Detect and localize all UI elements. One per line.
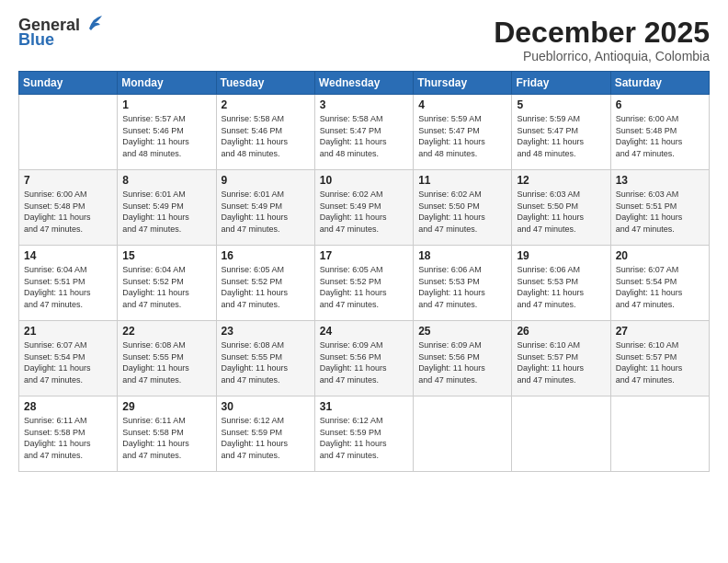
cell-info-line: Sunrise: 6:05 AM [222,264,310,276]
cell-info-line: and 47 minutes. [24,374,112,386]
title-area: December 2025 Pueblorrico, Antioquia, Co… [494,17,710,63]
day-number: 22 [122,325,210,338]
cell-info-line: Sunset: 5:51 PM [616,201,704,213]
day-number: 29 [122,400,210,413]
week-row-2: 7Sunrise: 6:00 AMSunset: 5:48 PMDaylight… [19,170,710,246]
col-sunday: Sunday [19,72,118,95]
cell-info-line: Daylight: 11 hours [418,136,506,148]
cell-w5-d5 [512,396,610,472]
cell-info-line: Daylight: 11 hours [24,362,112,374]
cell-info-line: Sunset: 5:49 PM [320,201,408,213]
logo-bird-icon [82,16,102,32]
cell-info-line: Sunset: 5:47 PM [320,125,408,137]
cell-info-line: Daylight: 11 hours [222,136,310,148]
cell-w3-d6: 20Sunrise: 6:07 AMSunset: 5:54 PMDayligh… [610,246,709,321]
cell-info-line: Daylight: 11 hours [517,362,605,374]
day-number: 2 [222,98,310,111]
cell-info-line: and 47 minutes. [517,299,605,311]
cell-info-line: Sunset: 5:57 PM [517,351,605,363]
cell-info-line: and 47 minutes. [517,374,605,386]
cell-w4-d1: 22Sunrise: 6:08 AMSunset: 5:55 PMDayligh… [118,321,216,396]
cell-w4-d2: 23Sunrise: 6:08 AMSunset: 5:55 PMDayligh… [216,321,314,396]
cell-info-line: Daylight: 11 hours [616,287,704,299]
cell-w2-d3: 10Sunrise: 6:02 AMSunset: 5:49 PMDayligh… [314,170,413,246]
cell-w2-d0: 7Sunrise: 6:00 AMSunset: 5:48 PMDaylight… [19,170,118,246]
day-number: 5 [517,98,605,111]
cell-info-line: Sunset: 5:54 PM [616,276,704,288]
cell-info-line: Daylight: 11 hours [517,136,605,148]
cell-info-line: Sunrise: 6:08 AM [122,339,210,351]
cell-info-line: and 47 minutes. [616,148,704,160]
cell-info-line: Daylight: 11 hours [122,287,210,299]
cell-info-line: Daylight: 11 hours [418,212,506,224]
cell-info-line: Sunset: 5:54 PM [24,351,112,363]
cell-info-line: Sunrise: 6:08 AM [222,339,310,351]
cell-info-line: Sunrise: 6:06 AM [517,264,605,276]
cell-info-line: Sunrise: 6:11 AM [24,415,112,427]
cell-info-line: and 48 minutes. [418,148,506,160]
day-number: 8 [122,174,210,187]
cell-info-line: Sunrise: 6:12 AM [222,415,310,427]
day-number: 24 [320,325,408,338]
day-number: 19 [517,249,605,262]
cell-info-line: Sunrise: 6:00 AM [24,189,112,201]
day-number: 31 [320,400,408,413]
day-number: 16 [222,249,310,262]
cell-w1-d4: 4Sunrise: 5:59 AMSunset: 5:47 PMDaylight… [414,95,512,170]
cell-info-line: Daylight: 11 hours [418,287,506,299]
cell-w1-d6: 6Sunrise: 6:00 AMSunset: 5:48 PMDaylight… [610,95,709,170]
cell-info-line: Daylight: 11 hours [517,212,605,224]
cell-w3-d5: 19Sunrise: 6:06 AMSunset: 5:53 PMDayligh… [512,246,610,321]
cell-info-line: Daylight: 11 hours [517,287,605,299]
day-number: 12 [517,174,605,187]
cell-info-line: Sunrise: 6:11 AM [122,415,210,427]
cell-info-line: and 47 minutes. [320,224,408,236]
col-tuesday: Tuesday [216,72,314,95]
day-number: 27 [616,325,704,338]
cell-info-line: and 47 minutes. [616,374,704,386]
col-friday: Friday [512,72,610,95]
day-number: 15 [122,249,210,262]
cell-info-line: Sunset: 5:59 PM [320,427,408,439]
cell-w5-d2: 30Sunrise: 6:12 AMSunset: 5:59 PMDayligh… [216,396,314,472]
cell-info-line: Sunset: 5:52 PM [320,276,408,288]
day-number: 9 [222,174,310,187]
cell-w2-d2: 9Sunrise: 6:01 AMSunset: 5:49 PMDaylight… [216,170,314,246]
cell-info-line: and 47 minutes. [122,374,210,386]
cell-info-line: Sunrise: 6:09 AM [418,339,506,351]
cell-info-line: Daylight: 11 hours [122,136,210,148]
cell-info-line: and 48 minutes. [122,148,210,160]
cell-info-line: Daylight: 11 hours [222,212,310,224]
week-row-3: 14Sunrise: 6:04 AMSunset: 5:51 PMDayligh… [19,246,710,321]
week-row-5: 28Sunrise: 6:11 AMSunset: 5:58 PMDayligh… [19,396,710,472]
cell-info-line: Daylight: 11 hours [616,212,704,224]
cell-info-line: Sunset: 5:49 PM [222,201,310,213]
cell-info-line: Daylight: 11 hours [320,136,408,148]
cell-w3-d3: 17Sunrise: 6:05 AMSunset: 5:52 PMDayligh… [314,246,413,321]
cell-info-line: Sunrise: 5:58 AM [222,113,310,125]
cell-info-line: Sunset: 5:55 PM [122,351,210,363]
cell-w1-d0 [19,95,118,170]
cell-info-line: and 47 minutes. [24,224,112,236]
day-number: 1 [122,98,210,111]
day-number: 18 [418,249,506,262]
cell-info-line: and 47 minutes. [418,224,506,236]
cell-info-line: Sunset: 5:47 PM [418,125,506,137]
cell-info-line: Sunrise: 6:05 AM [320,264,408,276]
cell-info-line: Daylight: 11 hours [24,438,112,450]
cell-w5-d3: 31Sunrise: 6:12 AMSunset: 5:59 PMDayligh… [314,396,413,472]
cell-info-line: Sunset: 5:56 PM [418,351,506,363]
cell-info-line: Sunrise: 6:02 AM [320,189,408,201]
cell-info-line: Daylight: 11 hours [122,212,210,224]
cell-info-line: Sunset: 5:53 PM [418,276,506,288]
cell-w3-d4: 18Sunrise: 6:06 AMSunset: 5:53 PMDayligh… [414,246,512,321]
cell-info-line: and 47 minutes. [320,299,408,311]
cell-info-line: Sunrise: 6:09 AM [320,339,408,351]
cell-info-line: Daylight: 11 hours [320,287,408,299]
cell-w4-d3: 24Sunrise: 6:09 AMSunset: 5:56 PMDayligh… [314,321,413,396]
cell-info-line: Daylight: 11 hours [122,438,210,450]
cell-info-line: and 47 minutes. [24,450,112,462]
calendar-table: Sunday Monday Tuesday Wednesday Thursday… [18,71,710,472]
cell-w4-d0: 21Sunrise: 6:07 AMSunset: 5:54 PMDayligh… [19,321,118,396]
cell-info-line: and 47 minutes. [222,450,310,462]
